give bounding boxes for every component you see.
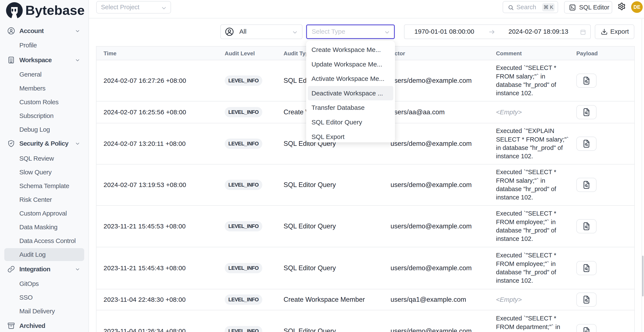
svg-text:Bytebase: Bytebase bbox=[25, 3, 85, 17]
